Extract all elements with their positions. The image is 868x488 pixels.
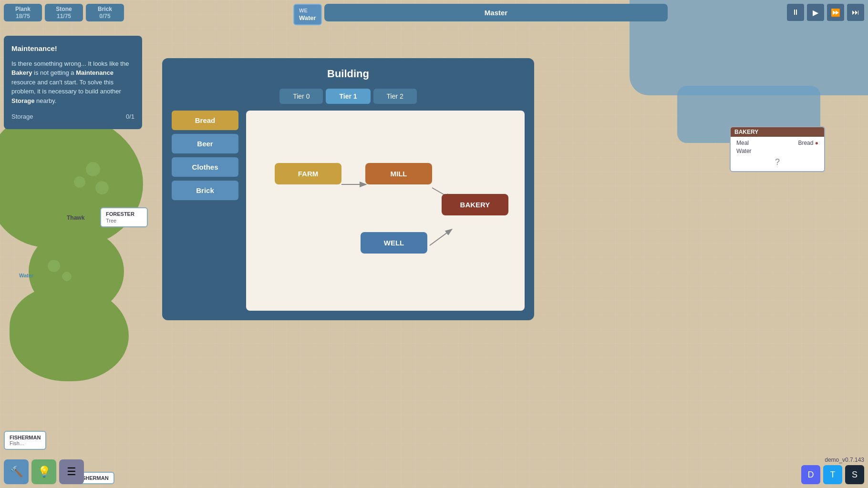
- forester-resource: Tree: [106, 218, 142, 224]
- terrain-detail: [86, 162, 100, 176]
- stone-label: Stone: [50, 6, 78, 12]
- storage-label: Storage: [11, 112, 33, 122]
- playback-controls: ⏸ ▶ ⏩ ⏭: [787, 4, 864, 21]
- resource-bar: Plank 18/75 Stone 11/75 Brick 0/75: [4, 4, 124, 21]
- mill-label: MILL: [391, 170, 407, 178]
- play-button[interactable]: ▶: [807, 4, 824, 21]
- brick-value: 0/75: [91, 13, 119, 20]
- hammer-icon: 🔨: [10, 466, 23, 478]
- discord-button[interactable]: D: [801, 465, 820, 484]
- maintenance-title: Maintenance!: [11, 43, 134, 54]
- meal-row: Meal Bread ●: [736, 140, 818, 146]
- we-label: WE: [299, 8, 316, 13]
- beer-category-button[interactable]: Beer: [172, 134, 238, 153]
- tier-0-tab[interactable]: Tier 0: [279, 89, 323, 104]
- well-label: WELL: [384, 239, 404, 247]
- hammer-button[interactable]: 🔨: [4, 459, 29, 484]
- terrain-detail: [95, 181, 109, 194]
- tier-2-tab[interactable]: Tier 2: [373, 89, 417, 104]
- storage-value: 0/1: [126, 112, 134, 122]
- bakery-map-node: BAKERY Meal Bread ● Water ?: [730, 126, 825, 172]
- plank-value: 18/75: [9, 13, 37, 20]
- sherman-label: SHERMAN: [82, 475, 109, 481]
- twitter-button[interactable]: T: [823, 465, 842, 484]
- forester-title: FORESTER: [106, 211, 142, 217]
- water-label: Water: [299, 14, 316, 21]
- light-button[interactable]: 💡: [31, 459, 56, 484]
- fastest-button[interactable]: ⏭: [847, 4, 864, 21]
- mill-diagram-node: MILL: [365, 163, 432, 184]
- fast-forward-button[interactable]: ⏩: [827, 4, 844, 21]
- maintenance-body: Is there something wrong... It looks lik…: [11, 59, 134, 106]
- pause-button[interactable]: ⏸: [787, 4, 804, 21]
- farm-label: FARM: [298, 170, 319, 178]
- brick-resource: Brick 0/75: [86, 4, 124, 21]
- master-panel: Master: [324, 4, 668, 21]
- terrain-detail: [62, 272, 72, 281]
- bakery-diagram-label: BAKERY: [460, 201, 490, 209]
- plank-resource: Plank 18/75: [4, 4, 42, 21]
- bread-value: Bread ●: [798, 140, 818, 146]
- maintenance-panel: Maintenance! Is there something wrong...…: [4, 36, 142, 129]
- steam-button[interactable]: S: [845, 465, 864, 484]
- dialog-title: Building: [172, 68, 525, 80]
- fisherman-resource: Fish...: [10, 440, 41, 446]
- tier-tabs: Tier 0 Tier 1 Tier 2: [172, 89, 525, 104]
- discord-icon: D: [808, 470, 814, 480]
- terrain-detail: [48, 260, 60, 272]
- question-mark: ?: [736, 157, 818, 167]
- storage-reference: Storage: [11, 97, 34, 104]
- stone-resource: Stone 11/75: [45, 4, 83, 21]
- master-title: Master: [485, 9, 507, 17]
- maintenance-reference: Maintenance: [76, 69, 114, 76]
- steam-icon: S: [852, 470, 858, 480]
- version-label: demo_v0.7.143: [825, 457, 864, 463]
- terrain-detail: [74, 176, 85, 188]
- bottom-toolbar: 🔨 💡 ☰: [4, 459, 84, 484]
- tier-1-tab[interactable]: Tier 1: [326, 89, 370, 104]
- clothes-category-button[interactable]: Clothes: [172, 157, 238, 177]
- category-sidebar: Bread Beer Clothes Brick: [172, 111, 238, 311]
- storage-row: Storage 0/1: [11, 112, 134, 122]
- plank-label: Plank: [9, 6, 37, 12]
- social-buttons: D T S: [801, 465, 864, 484]
- water-row: Water: [736, 148, 818, 154]
- fisherman-node: FISHERMAN Fish...: [4, 431, 46, 450]
- water-map-label: Water: [19, 273, 33, 278]
- dialog-content: Bread Beer Clothes Brick: [172, 111, 525, 311]
- bakery-node-title: BAKERY: [731, 127, 824, 137]
- light-icon: 💡: [38, 466, 51, 478]
- well-diagram-node: WELL: [361, 232, 427, 254]
- building-dialog: Building Tier 0 Tier 1 Tier 2 Bread Beer…: [162, 58, 534, 320]
- stone-value: 11/75: [50, 13, 78, 20]
- thawk-label: Thawk: [67, 214, 84, 221]
- fisherman-title: FISHERMAN: [10, 435, 41, 440]
- farm-diagram-node: FARM: [275, 163, 341, 184]
- brick-category-button[interactable]: Brick: [172, 181, 238, 200]
- twitter-icon: T: [830, 470, 836, 480]
- forester-node: FORESTER Tree: [100, 207, 148, 227]
- meal-label: Meal: [736, 140, 749, 146]
- we-water-node: WE Water: [293, 4, 322, 25]
- building-diagram: FARM MILL BAKERY WELL: [246, 111, 525, 311]
- bakery-reference: Bakery: [11, 69, 32, 76]
- menu-icon: ☰: [67, 466, 76, 478]
- bakery-diagram-node: BAKERY: [442, 194, 508, 215]
- water-label-node: Water: [736, 148, 752, 154]
- bread-category-button[interactable]: Bread: [172, 111, 238, 130]
- menu-button[interactable]: ☰: [59, 459, 84, 484]
- brick-label: Brick: [91, 6, 119, 12]
- svg-line-8: [430, 230, 451, 245]
